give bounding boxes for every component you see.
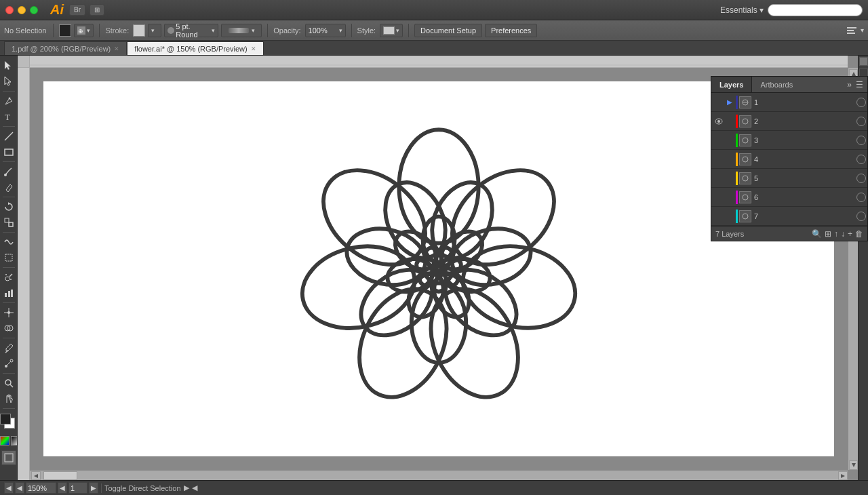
warp-tool[interactable] [1,235,16,250]
layer-row-5[interactable]: 5 [711,169,867,188]
toolbar: No Selection ⊕ ▾ Stroke: ▾ 5 pt. Round ▾… [0,20,868,41]
layer-1-expand-arrow[interactable]: ▶ [725,98,734,106]
artboard-icon[interactable] [1,450,16,465]
svg-point-30 [5,380,11,385]
layer-4-select[interactable] [856,155,866,164]
pencil-tool[interactable] [1,180,16,195]
layer-move-up-icon[interactable]: ↑ [834,229,838,239]
right-tool-1[interactable] [859,57,868,66]
symbol-sprayer-tool[interactable] [1,270,16,285]
scroll-down-button[interactable] [849,460,858,470]
fill-swatch[interactable] [59,24,71,37]
tool-sep-9 [3,373,15,374]
free-transform-tool[interactable] [1,250,16,265]
zoom-next-button[interactable]: ◀ [15,482,24,494]
layer-1-select[interactable] [856,98,866,107]
layer-5-name: 5 [754,174,856,182]
layer-2-select[interactable] [856,117,866,126]
svg-point-16 [5,277,9,281]
scroll-right-button[interactable] [838,471,848,480]
tab-1pdf[interactable]: 1.pdf @ 200% (RGB/Preview) ✕ [4,41,127,55]
zoom-page-prev[interactable]: ◀ [58,482,67,494]
type-tool[interactable]: T [1,109,16,124]
layer-row-1[interactable]: ▶ 1 [711,93,867,112]
svg-rect-20 [8,291,10,297]
scale-tool[interactable] [1,215,16,230]
blend-tool[interactable] [1,356,16,371]
pen-tool[interactable] [1,94,16,108]
fg-color-swatch[interactable] [0,414,11,424]
layer-delete-icon[interactable]: 🗑 [855,229,863,239]
rect-tool[interactable] [1,144,16,159]
rotate-tool[interactable] [1,199,16,214]
layer-row-4[interactable]: 4 [711,150,867,169]
style-dropdown[interactable]: ▾ [380,24,403,37]
artboards-tab[interactable]: Artboards [752,77,801,92]
tab-1pdf-label: 1.pdf @ 200% (RGB/Preview) [12,45,111,53]
layer-2-visibility-toggle[interactable] [713,118,725,125]
zoom-page-next[interactable]: ▶ [89,482,98,494]
toolbar-separator-2 [99,24,100,37]
stroke-extra[interactable]: ▾ [221,24,262,37]
layer-new-artboard-icon[interactable]: ⊞ [825,229,831,239]
layers-menu-icon[interactable]: ☰ [854,79,865,91]
stroke-style-dropdown[interactable]: ▾ [148,24,161,37]
color-mode-selector[interactable]: ⊕ ▾ [74,24,94,37]
stroke-weight-area[interactable]: 5 pt. Round ▾ [164,24,218,37]
zoom-prev-button[interactable]: ◀ [4,482,14,494]
color-icon[interactable] [0,436,9,446]
tab-1pdf-close[interactable]: ✕ [114,45,119,52]
close-button[interactable] [5,6,14,14]
hand-tool[interactable] [1,391,16,406]
zoom-tool[interactable] [1,376,16,391]
tab-flowerai[interactable]: flower.ai* @ 150% (RGB/Preview) ✕ [127,41,263,55]
stroke-style-icon: ▾ [151,27,155,34]
layers-tab[interactable]: Layers [711,77,752,92]
paintbrush-tool[interactable] [1,164,16,179]
workspace-button[interactable]: ⊞ [90,4,104,16]
layer-row-7[interactable]: 7 [711,207,867,226]
layer-5-select[interactable] [856,174,866,183]
layer-7-select[interactable] [856,212,866,221]
opacity-dropdown[interactable]: 100% ▾ [305,24,346,37]
layer-row-3[interactable]: 3 [711,131,867,150]
shape-builder-tool[interactable] [1,321,16,336]
minimize-button[interactable] [18,6,26,14]
layer-new-icon[interactable]: + [848,229,852,239]
gradient-icon[interactable] [11,436,18,446]
search-input[interactable] [768,4,863,16]
direct-selection-tool[interactable] [1,74,16,89]
scroll-left-button[interactable] [31,471,41,480]
zoom-input[interactable] [26,482,56,494]
preferences-button[interactable]: Preferences [485,24,537,37]
layer-search-icon[interactable]: 🔍 [812,229,822,239]
column-graph-tool[interactable] [1,285,16,300]
essentials-label[interactable]: Essentials ▾ [720,5,764,15]
layer-row-2[interactable]: 2 [711,112,867,131]
document-setup-button[interactable]: Document Setup [414,24,482,37]
layer-row-6[interactable]: 6 [711,188,867,207]
mesh-tool[interactable] [1,305,16,320]
layer-6-select[interactable] [856,193,866,202]
stroke-color-swatch[interactable] [133,24,145,37]
scrollbar-horizontal[interactable] [30,470,848,480]
layer-move-down-icon[interactable]: ↓ [841,229,845,239]
stroke-preview [229,28,249,33]
svg-point-24 [7,311,10,314]
titlebar: Ai Br ⊞ Essentials ▾ [0,0,868,20]
layer-3-select[interactable] [856,136,866,145]
line-tool[interactable] [1,129,16,144]
bridge-button[interactable]: Br [69,4,85,16]
tab-flowerai-close[interactable]: ✕ [251,45,256,52]
maximize-button[interactable] [30,6,38,14]
toggle-arrow-left[interactable]: ◀ [192,483,197,492]
align-icon[interactable] [846,24,858,37]
toggle-arrow-right[interactable]: ▶ [184,483,189,492]
page-input[interactable] [68,482,87,494]
toolbar-chevron-icon[interactable]: ▾ [861,26,864,34]
eyedropper-tool[interactable] [1,340,16,355]
hscroll-thumb[interactable] [43,471,77,480]
selection-tool[interactable] [1,58,16,73]
svg-point-77 [743,214,748,219]
layers-expand-icon[interactable]: » [846,79,853,91]
